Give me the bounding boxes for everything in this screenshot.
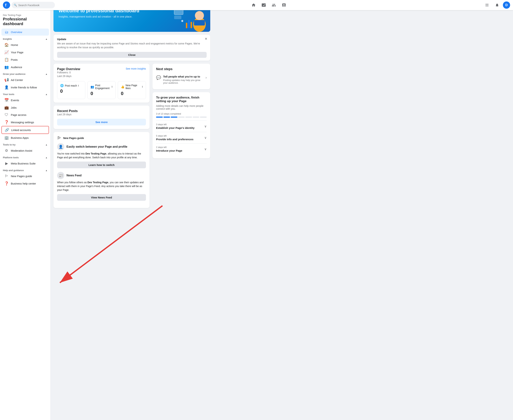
- moderation-assist-icon: ⚙: [4, 148, 9, 153]
- page-overview-period: Last 28 days: [57, 75, 80, 77]
- sidebar-item-page-access[interactable]: 🛡 Page access: [1, 111, 49, 118]
- business-help-icon: ❓: [4, 181, 9, 186]
- setup-step-steps-2: 2 steps left: [156, 146, 182, 149]
- events-icon: 📅: [4, 98, 9, 102]
- setup-step-1[interactable]: 5 steps left Provide info and preference…: [156, 132, 207, 143]
- chevron-up-icon-3: ▲: [45, 93, 48, 96]
- sidebar-item-new-pages-guide[interactable]: 🏳 New Pages guide: [1, 172, 49, 180]
- chevron-down-icon-1: ∨: [204, 136, 207, 140]
- guide-item-switch: 👤 Easily switch between your Page and pr…: [57, 143, 146, 168]
- sidebar-item-business-apps[interactable]: 🏢 Business Apps: [1, 134, 49, 141]
- setup-progress-label: 3 of 13 steps completed: [156, 112, 207, 115]
- sidebar-item-ad-center[interactable]: 📢 Ad Center: [1, 76, 49, 83]
- post-engagement-value: 0: [90, 91, 112, 96]
- audience-icon: 👥: [4, 65, 9, 69]
- facebook-logo[interactable]: f: [3, 1, 10, 9]
- guide-item-newsfeed-header: 📰 News Feed: [57, 172, 146, 179]
- next-step-sub-0: Posting updates may help you grow your a…: [163, 79, 203, 84]
- setup-subtitle: Adding more details can help more people…: [156, 105, 207, 110]
- grid-icon[interactable]: [483, 1, 491, 9]
- setup-progress-bar: [156, 117, 207, 118]
- see-more-insights-link[interactable]: See more insights: [126, 67, 146, 70]
- search-input[interactable]: [18, 4, 51, 7]
- svg-rect-9: [191, 22, 192, 28]
- avatar[interactable]: D: [503, 1, 510, 9]
- setup-step-title-2: Introduce your Page: [156, 149, 182, 152]
- sidebar-item-your-page[interactable]: 📈 Your Page: [1, 49, 49, 56]
- watch-nav-icon[interactable]: [259, 1, 268, 9]
- learn-how-to-switch-button[interactable]: Learn how to switch: [57, 162, 146, 168]
- setup-step-2[interactable]: 2 steps left Introduce your Page ∨: [156, 143, 207, 155]
- setup-step-title-1: Provide info and preferences: [156, 138, 193, 141]
- notifications-icon[interactable]: [493, 1, 501, 9]
- two-column-layout: Page Overview Followers: 0 Last 28 days …: [53, 64, 210, 211]
- sidebar-item-jobs[interactable]: 💼 Jobs: [1, 104, 49, 111]
- chevron-up-icon-2: ▲: [45, 73, 48, 75]
- next-step-item-0[interactable]: 💬 Tell people what you're up to Posting …: [156, 74, 207, 86]
- svg-rect-7: [186, 23, 187, 28]
- home-nav-icon[interactable]: [249, 1, 258, 9]
- see-more-button[interactable]: See more: [57, 119, 146, 125]
- guide-item-newsfeed-title: News Feed: [66, 174, 82, 177]
- post-reach-value: 0: [60, 88, 82, 94]
- sidebar-item-invite-friends[interactable]: 👤 Invite friends to follow: [1, 84, 49, 91]
- svg-text:f: f: [5, 3, 7, 8]
- svg-point-0: [3, 1, 10, 9]
- groups-nav-icon[interactable]: [270, 1, 278, 9]
- next-steps-title: Next steps: [156, 67, 207, 71]
- ad-center-icon: 📢: [4, 78, 9, 82]
- stat-post-engagement: 👥 Post Engagement ℹ 0: [88, 81, 116, 99]
- view-news-feed-button[interactable]: View News Feed: [57, 194, 146, 201]
- page-access-icon: 🛡: [4, 113, 9, 117]
- sidebar-item-audience[interactable]: 👥 Audience: [1, 63, 49, 71]
- guide-header: 🏳 New Pages guide: [57, 135, 146, 141]
- sidebar-section-insights: Insights ▲: [0, 36, 50, 41]
- sidebar-item-linked-accounts[interactable]: 🔗 Linked accounts: [1, 126, 49, 134]
- search-bar[interactable]: 🔍: [12, 2, 55, 8]
- guide-item-switch-body: You're now switched into Dev Testing Pag…: [57, 152, 146, 159]
- sidebar: Dev Testing Page Professional dashboard …: [0, 10, 51, 214]
- svg-point-11: [182, 20, 183, 22]
- meta-business-icon: ▶: [4, 161, 9, 165]
- alert-body: We are aware of an issue that may be imp…: [57, 42, 207, 49]
- marketplace-nav-icon[interactable]: [280, 1, 288, 9]
- chevron-up-icon-4: ▲: [45, 143, 48, 146]
- sidebar-item-moderation-assist[interactable]: ⚙ Moderation Assist: [1, 147, 49, 154]
- main-column: Page Overview Followers: 0 Last 28 days …: [53, 64, 150, 211]
- recent-posts-card: Recent Posts Last 28 days See more: [53, 105, 150, 129]
- setup-step-0[interactable]: 3 steps left Establish your Page's ident…: [156, 120, 207, 132]
- progress-dot-3: [171, 117, 177, 118]
- alert-close-button[interactable]: Close: [57, 52, 207, 58]
- new-pages-guide-icon: 🏳: [4, 174, 9, 178]
- likes-icon: 👍: [121, 85, 125, 89]
- chevron-right-icon: ›: [205, 76, 207, 80]
- sidebar-item-overview[interactable]: 🗂 Overview: [1, 29, 49, 36]
- sidebar-item-messaging-settings[interactable]: ❓ Messaging settings: [1, 119, 49, 126]
- sidebar-item-business-help[interactable]: ❓ Business help center: [1, 180, 49, 187]
- sidebar-item-posts[interactable]: 📋 Posts: [1, 56, 49, 63]
- post-engagement-info-icon[interactable]: ℹ: [112, 85, 112, 88]
- messaging-settings-icon: ❓: [4, 120, 9, 124]
- sidebar-item-home[interactable]: 🏠 Home: [1, 41, 49, 48]
- your-page-icon: 📈: [4, 50, 9, 54]
- alert-close-icon[interactable]: ✕: [205, 37, 207, 41]
- search-icon: 🔍: [14, 4, 17, 7]
- setup-step-title-0: Establish your Page's identity: [156, 126, 195, 129]
- setup-step-left-2: 2 steps left Introduce your Page: [156, 146, 182, 152]
- chevron-down-icon-2: ∨: [204, 147, 207, 151]
- globe-icon: 🌐: [60, 84, 64, 87]
- setup-step-steps-1: 5 steps left: [156, 135, 193, 137]
- guide-card: 🏳 New Pages guide 👤 Easily switch betwee…: [53, 132, 150, 208]
- new-page-likes-info-icon[interactable]: ℹ: [142, 85, 143, 88]
- sidebar-item-events[interactable]: 📅 Events: [1, 97, 49, 104]
- next-step-title-0: Tell people what you're up to: [163, 75, 203, 78]
- progress-dot-6: [193, 117, 199, 118]
- setup-step-left-0: 3 steps left Establish your Page's ident…: [156, 123, 195, 129]
- guide-badge-icon: 🏳: [57, 135, 61, 141]
- progress-dot-1: [156, 117, 163, 118]
- post-reach-info-icon[interactable]: ℹ: [78, 84, 79, 87]
- sidebar-item-meta-business[interactable]: ▶ Meta Business Suite: [1, 160, 49, 167]
- chevron-up-icon-5: ▲: [45, 156, 48, 159]
- next-steps-card: Next steps 💬 Tell people what you're up …: [153, 64, 210, 89]
- setup-step-left-1: 5 steps left Provide info and preference…: [156, 135, 193, 141]
